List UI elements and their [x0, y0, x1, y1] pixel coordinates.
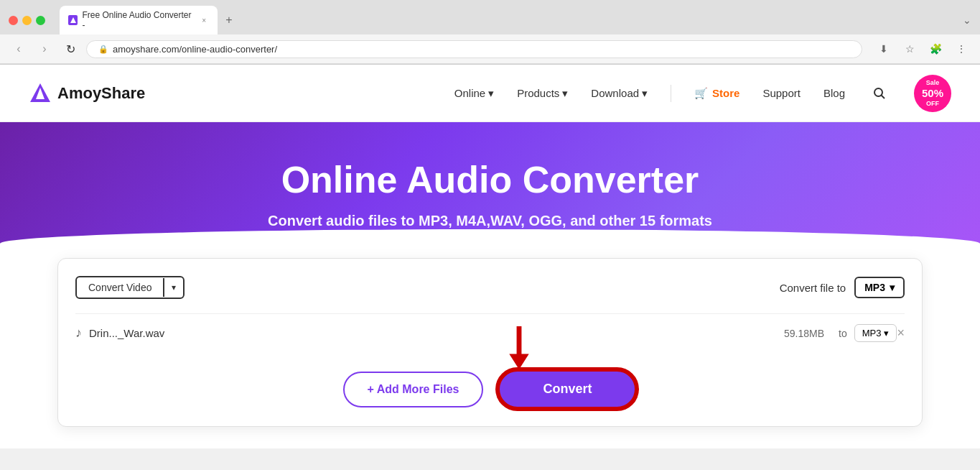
sale-percent: 50%	[922, 87, 943, 100]
add-more-files-btn[interactable]: + Add More Files	[343, 372, 484, 407]
hero-subtitle: Convert audio files to MP3, M4A,WAV, OGG…	[14, 213, 966, 229]
bookmark-btn[interactable]: ☆	[900, 39, 920, 59]
cart-icon: 🛒	[694, 87, 708, 100]
nav-divider	[671, 85, 671, 102]
download-browser-btn[interactable]: ⬇	[874, 39, 894, 59]
converter-section: Convert Video ▾ Convert file to MP3 ▾ ♪ …	[0, 258, 980, 448]
file-format-selector[interactable]: MP3 ▾	[854, 324, 897, 342]
convert-to-section: Convert file to MP3 ▾	[780, 277, 905, 298]
music-note-icon: ♪	[75, 326, 82, 341]
minimize-traffic-light[interactable]	[22, 16, 32, 25]
nav-products[interactable]: Products ▾	[517, 87, 568, 100]
output-format-selector[interactable]: MP3 ▾	[854, 277, 905, 298]
lock-icon: 🔒	[98, 45, 108, 54]
window-controls: ⌄	[963, 14, 971, 26]
svg-marker-6	[509, 354, 528, 369]
file-format-label: MP3	[862, 328, 882, 338]
page: AmoyShare Online ▾ Products ▾ Download ▾…	[0, 65, 980, 448]
convert-type-selector[interactable]: Convert Video ▾	[75, 276, 185, 299]
title-bar: Free Online Audio Converter - × + ⌄	[0, 0, 980, 34]
url-text: amoyshare.com/online-audio-converter/	[113, 44, 277, 55]
active-tab[interactable]: Free Online Audio Converter - ×	[60, 6, 218, 34]
logo[interactable]: AmoyShare	[29, 82, 145, 105]
nav-online[interactable]: Online ▾	[454, 87, 494, 100]
format-dropdown-icon: ▾	[890, 282, 895, 293]
file-size: 59.18MB	[784, 328, 824, 339]
sale-badge[interactable]: Sale 50% OFF	[914, 75, 951, 112]
svg-point-3	[874, 88, 882, 96]
red-arrow-indicator	[505, 326, 533, 372]
forward-btn[interactable]: ›	[34, 39, 55, 59]
menu-btn[interactable]: ⋮	[951, 39, 971, 59]
svg-marker-0	[70, 17, 76, 23]
tab-bar: Free Online Audio Converter - × +	[60, 6, 957, 34]
nav-blog[interactable]: Blog	[823, 87, 845, 99]
converter-box: Convert Video ▾ Convert file to MP3 ▾ ♪ …	[57, 258, 923, 427]
site-nav: Online ▾ Products ▾ Download ▾ 🛒 Store S…	[454, 75, 951, 112]
sale-off: OFF	[926, 100, 939, 108]
file-row: ♪ Drin..._War.wav 59.18MB to MP3 ▾ ×	[75, 313, 905, 352]
browser-nav-bar: ‹ › ↻ 🔒 amoyshare.com/online-audio-conve…	[0, 34, 980, 64]
chevron-down-icon: ▾	[642, 87, 648, 100]
convert-type-label: Convert Video	[77, 277, 163, 298]
extension-btn[interactable]: 🧩	[925, 39, 946, 59]
logo-text: AmoyShare	[57, 84, 145, 103]
file-to-label: to	[839, 328, 847, 339]
svg-line-4	[882, 95, 885, 98]
back-btn[interactable]: ‹	[9, 39, 29, 59]
tab-favicon	[68, 15, 78, 25]
convert-to-label: Convert file to	[780, 282, 846, 294]
nav-store[interactable]: 🛒 Store	[694, 87, 739, 100]
browser-chrome: Free Online Audio Converter - × + ⌄ ‹ › …	[0, 0, 980, 65]
convert-btn[interactable]: Convert	[498, 369, 637, 409]
chevron-down-icon: ▾	[488, 87, 494, 100]
refresh-btn[interactable]: ↻	[60, 39, 80, 59]
address-bar[interactable]: 🔒 amoyshare.com/online-audio-converter/	[86, 40, 862, 58]
logo-icon	[29, 82, 52, 105]
file-format-dropdown-icon: ▾	[884, 328, 889, 338]
maximize-traffic-light[interactable]	[36, 16, 45, 25]
traffic-lights	[9, 16, 45, 25]
search-icon	[873, 87, 886, 100]
close-traffic-light[interactable]	[9, 16, 18, 25]
chevron-down-icon: ▾	[562, 87, 568, 100]
file-name: Drin..._War.wav	[89, 327, 770, 339]
tab-close-btn[interactable]: ×	[200, 15, 209, 25]
nav-support[interactable]: Support	[762, 87, 801, 99]
browser-actions: ⬇ ☆ 🧩 ⋮	[874, 39, 971, 59]
sale-label: Sale	[926, 79, 940, 87]
nav-download[interactable]: Download ▾	[591, 87, 648, 100]
hero-section: Online Audio Converter Convert audio fil…	[0, 122, 980, 258]
convert-type-dropdown-icon[interactable]: ▾	[163, 278, 183, 297]
output-format-label: MP3	[864, 282, 885, 293]
file-delete-btn[interactable]: ×	[897, 326, 905, 341]
new-tab-btn[interactable]: +	[220, 11, 238, 29]
hero-title: Online Audio Converter	[14, 158, 966, 201]
site-header: AmoyShare Online ▾ Products ▾ Download ▾…	[0, 65, 980, 122]
search-btn[interactable]	[868, 82, 891, 105]
action-row: + Add More Files Convert	[75, 369, 905, 409]
converter-top-row: Convert Video ▾ Convert file to MP3 ▾	[75, 276, 905, 299]
tab-title: Free Online Audio Converter -	[82, 10, 192, 30]
